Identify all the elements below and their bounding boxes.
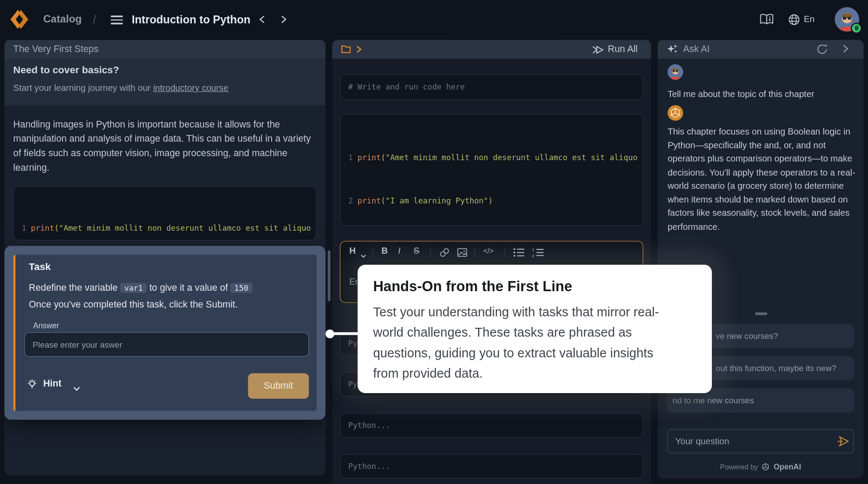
avatar-status-badge [851, 23, 862, 34]
code-token: ) [488, 196, 493, 205]
task-instruction-1: Redefine the variable var1 to give it a … [29, 282, 311, 293]
ask-ai-question-input[interactable] [667, 429, 854, 454]
svg-text:2: 2 [532, 253, 534, 258]
tooltip-title: Hands-On from the First Line [373, 278, 675, 295]
hint-bulb-icon[interactable] [26, 378, 39, 393]
ask-ai-title: Ask AI [683, 40, 710, 59]
code-line: 2 print("I am learning Python") [348, 193, 635, 208]
inline-code-chip: 150 [231, 283, 252, 293]
code-token: ( [381, 196, 386, 205]
code-token: 1 [348, 153, 357, 161]
runner-header: Run All [332, 40, 651, 59]
sparkles-icon [666, 43, 679, 58]
lesson-code-block: 1 print("Amet minim mollit non deserunt … [13, 186, 317, 240]
code-line: 1 print("Amet minim mollit non deserunt … [22, 221, 308, 236]
prev-chapter-button[interactable] [258, 15, 267, 27]
openai-label: OpenAI [774, 462, 801, 471]
suggestions-drag-handle[interactable] [755, 312, 767, 315]
question-input-wrap [667, 429, 854, 454]
lesson-header: The Very First Steps [4, 40, 326, 59]
app-logo-icon[interactable] [9, 9, 30, 31]
basics-text: Start your learning journey with our [13, 83, 153, 92]
collapse-panel-icon[interactable] [842, 43, 849, 57]
reset-chat-icon[interactable] [816, 43, 828, 58]
powered-by-text: Powered by [720, 463, 758, 471]
python-code-input[interactable]: Python... [340, 454, 644, 478]
code-token: print [358, 153, 381, 161]
openai-logo-icon [761, 462, 770, 471]
code-token: "I am learning Python" [385, 196, 488, 205]
svg-text:1: 1 [532, 248, 534, 252]
submit-button[interactable]: Submit [248, 373, 309, 399]
toolbar-divider [430, 247, 430, 258]
code-token: ( [381, 153, 386, 161]
code-runner-panel: Run All # Write and run code here 1 prin… [332, 40, 651, 484]
basics-banner: Need to cover basics? Start your learnin… [4, 59, 326, 105]
bold-button[interactable]: B [382, 246, 388, 256]
breadcrumb-catalog[interactable]: Catalog [43, 0, 82, 39]
folder-icon[interactable] [341, 45, 351, 56]
panel-scrollbar[interactable] [328, 250, 330, 301]
powered-by: Powered by OpenAI [658, 461, 864, 473]
bullet-list-icon[interactable] [513, 248, 525, 260]
answer-input[interactable] [24, 332, 309, 356]
task-text: to give it a value of [147, 282, 231, 293]
hint-button[interactable]: Hint [43, 378, 61, 389]
introductory-course-link[interactable]: introductory course [153, 83, 228, 92]
code-line: 1 print("Amet minim mollit non deserunt … [348, 150, 635, 165]
code-token: print [31, 224, 54, 233]
ask-ai-panel: Ask AI Tell me about the topic of this c… [658, 40, 864, 478]
ai-assistant-avatar [668, 105, 683, 120]
answer-label: Answer [33, 321, 59, 330]
language-globe-icon[interactable] [788, 14, 800, 27]
breadcrumb-separator: / [93, 0, 96, 39]
toolbar-divider [504, 247, 505, 258]
heading-format-button[interactable]: H [349, 246, 356, 256]
italic-button[interactable]: I [398, 246, 400, 256]
heading-chevron-down-icon[interactable] [360, 250, 367, 260]
code-token: "Amet minim mollit non deserunt ullamco … [59, 224, 311, 233]
task-card: Task Redefine the variable var1 to give … [13, 255, 317, 411]
strikethrough-button[interactable]: S [414, 246, 419, 256]
send-icon[interactable] [835, 435, 850, 450]
run-all-icon[interactable] [591, 45, 604, 57]
link-icon[interactable] [439, 247, 450, 260]
code-cell-source: 1 print("Amet minim mollit non deserunt … [340, 115, 643, 226]
top-navbar: Catalog / Introduction to Python En [0, 0, 868, 39]
run-all-button[interactable]: Run All [608, 40, 638, 59]
lesson-panel: The Very First Steps Need to cover basic… [4, 40, 326, 475]
code-token: 2 [348, 196, 357, 205]
app: Catalog / Introduction to Python En The … [0, 0, 868, 484]
code-cell[interactable]: 1 print("Amet minim mollit non deserunt … [340, 114, 644, 226]
scratch-code-input[interactable]: # Write and run code here [340, 74, 644, 100]
basics-heading: Need to cover basics? [13, 64, 119, 76]
chat-user-avatar [668, 64, 683, 80]
task-instruction-2: Once you've completed this task, click t… [29, 299, 311, 310]
hint-chevron-down-icon[interactable] [73, 383, 80, 394]
lesson-title: The Very First Steps [13, 40, 98, 59]
code-token: "Amet minim mollit non deserunt ullamco … [385, 153, 637, 161]
onboarding-tooltip: Hands-On from the First Line Test your u… [358, 265, 712, 393]
docs-book-icon[interactable] [760, 13, 774, 28]
task-text: Redefine the variable [29, 282, 120, 293]
ai-chat-message: This chapter focuses on using Boolean lo… [668, 125, 856, 234]
python-code-input[interactable]: Python... [340, 413, 644, 437]
language-label[interactable]: En [804, 0, 815, 39]
next-chapter-button[interactable] [279, 15, 288, 27]
tooltip-connector-line [331, 332, 360, 335]
inline-code-chip: var1 [120, 283, 147, 293]
chapter-menu-icon[interactable] [111, 15, 123, 26]
code-format-button[interactable]: </> [483, 247, 494, 255]
basics-subtext: Start your learning journey with our int… [13, 83, 228, 93]
expand-chevron-icon[interactable] [355, 45, 362, 56]
code-token: ( [54, 224, 59, 233]
code-token: print [358, 196, 381, 205]
ask-ai-header: Ask AI [658, 40, 864, 59]
image-icon[interactable] [456, 247, 468, 260]
numbered-list-icon[interactable]: 12 [532, 248, 544, 260]
code-token: 1 [22, 224, 31, 233]
task-title: Task [29, 261, 51, 273]
lesson-paragraph: Handling images in Python is important b… [13, 117, 317, 175]
toolbar-divider [475, 247, 475, 258]
user-chat-message: Tell me about the topic of this chapter [668, 87, 856, 101]
